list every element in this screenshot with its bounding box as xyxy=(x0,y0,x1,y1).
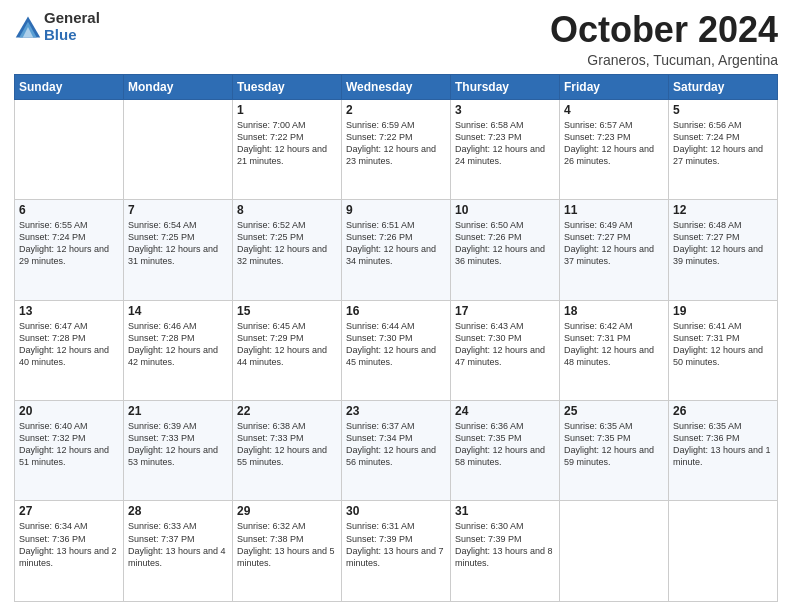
day-number: 21 xyxy=(128,404,228,418)
day-number: 20 xyxy=(19,404,119,418)
day-info: Sunrise: 6:31 AM Sunset: 7:39 PM Dayligh… xyxy=(346,520,446,569)
week-row-3: 13Sunrise: 6:47 AM Sunset: 7:28 PM Dayli… xyxy=(15,300,778,400)
calendar-body: 1Sunrise: 7:00 AM Sunset: 7:22 PM Daylig… xyxy=(15,99,778,601)
day-number: 11 xyxy=(564,203,664,217)
day-number: 19 xyxy=(673,304,773,318)
day-number: 16 xyxy=(346,304,446,318)
calendar-cell: 28Sunrise: 6:33 AM Sunset: 7:37 PM Dayli… xyxy=(124,501,233,602)
day-number: 9 xyxy=(346,203,446,217)
logo-general: General xyxy=(44,10,100,27)
logo: General Blue xyxy=(14,10,100,43)
calendar-cell: 26Sunrise: 6:35 AM Sunset: 7:36 PM Dayli… xyxy=(669,401,778,501)
calendar-cell: 5Sunrise: 6:56 AM Sunset: 7:24 PM Daylig… xyxy=(669,99,778,199)
day-number: 14 xyxy=(128,304,228,318)
calendar-cell: 2Sunrise: 6:59 AM Sunset: 7:22 PM Daylig… xyxy=(342,99,451,199)
day-info: Sunrise: 6:50 AM Sunset: 7:26 PM Dayligh… xyxy=(455,219,555,268)
day-info: Sunrise: 6:54 AM Sunset: 7:25 PM Dayligh… xyxy=(128,219,228,268)
calendar-cell xyxy=(15,99,124,199)
day-info: Sunrise: 6:30 AM Sunset: 7:39 PM Dayligh… xyxy=(455,520,555,569)
day-number: 15 xyxy=(237,304,337,318)
calendar-cell: 18Sunrise: 6:42 AM Sunset: 7:31 PM Dayli… xyxy=(560,300,669,400)
calendar-cell xyxy=(560,501,669,602)
day-number: 27 xyxy=(19,504,119,518)
col-saturday: Saturday xyxy=(669,74,778,99)
day-info: Sunrise: 6:52 AM Sunset: 7:25 PM Dayligh… xyxy=(237,219,337,268)
day-info: Sunrise: 6:38 AM Sunset: 7:33 PM Dayligh… xyxy=(237,420,337,469)
day-number: 10 xyxy=(455,203,555,217)
calendar-cell: 16Sunrise: 6:44 AM Sunset: 7:30 PM Dayli… xyxy=(342,300,451,400)
calendar-cell: 24Sunrise: 6:36 AM Sunset: 7:35 PM Dayli… xyxy=(451,401,560,501)
day-number: 22 xyxy=(237,404,337,418)
week-row-5: 27Sunrise: 6:34 AM Sunset: 7:36 PM Dayli… xyxy=(15,501,778,602)
day-number: 26 xyxy=(673,404,773,418)
day-number: 25 xyxy=(564,404,664,418)
calendar-cell: 12Sunrise: 6:48 AM Sunset: 7:27 PM Dayli… xyxy=(669,200,778,300)
calendar-cell: 13Sunrise: 6:47 AM Sunset: 7:28 PM Dayli… xyxy=(15,300,124,400)
calendar-cell: 23Sunrise: 6:37 AM Sunset: 7:34 PM Dayli… xyxy=(342,401,451,501)
day-info: Sunrise: 6:46 AM Sunset: 7:28 PM Dayligh… xyxy=(128,320,228,369)
calendar-cell: 22Sunrise: 6:38 AM Sunset: 7:33 PM Dayli… xyxy=(233,401,342,501)
day-number: 28 xyxy=(128,504,228,518)
col-thursday: Thursday xyxy=(451,74,560,99)
week-row-1: 1Sunrise: 7:00 AM Sunset: 7:22 PM Daylig… xyxy=(15,99,778,199)
day-info: Sunrise: 6:40 AM Sunset: 7:32 PM Dayligh… xyxy=(19,420,119,469)
calendar-cell: 4Sunrise: 6:57 AM Sunset: 7:23 PM Daylig… xyxy=(560,99,669,199)
calendar-cell: 11Sunrise: 6:49 AM Sunset: 7:27 PM Dayli… xyxy=(560,200,669,300)
location-subtitle: Graneros, Tucuman, Argentina xyxy=(550,52,778,68)
calendar-cell: 31Sunrise: 6:30 AM Sunset: 7:39 PM Dayli… xyxy=(451,501,560,602)
day-number: 23 xyxy=(346,404,446,418)
day-number: 1 xyxy=(237,103,337,117)
title-block: October 2024 Graneros, Tucuman, Argentin… xyxy=(550,10,778,68)
day-number: 4 xyxy=(564,103,664,117)
calendar-cell: 8Sunrise: 6:52 AM Sunset: 7:25 PM Daylig… xyxy=(233,200,342,300)
day-info: Sunrise: 6:33 AM Sunset: 7:37 PM Dayligh… xyxy=(128,520,228,569)
calendar-cell: 3Sunrise: 6:58 AM Sunset: 7:23 PM Daylig… xyxy=(451,99,560,199)
day-number: 2 xyxy=(346,103,446,117)
day-info: Sunrise: 6:36 AM Sunset: 7:35 PM Dayligh… xyxy=(455,420,555,469)
col-monday: Monday xyxy=(124,74,233,99)
day-info: Sunrise: 6:39 AM Sunset: 7:33 PM Dayligh… xyxy=(128,420,228,469)
logo-text: General Blue xyxy=(44,10,100,43)
calendar-cell: 15Sunrise: 6:45 AM Sunset: 7:29 PM Dayli… xyxy=(233,300,342,400)
day-info: Sunrise: 6:37 AM Sunset: 7:34 PM Dayligh… xyxy=(346,420,446,469)
day-number: 6 xyxy=(19,203,119,217)
day-info: Sunrise: 6:43 AM Sunset: 7:30 PM Dayligh… xyxy=(455,320,555,369)
day-number: 29 xyxy=(237,504,337,518)
page: General Blue October 2024 Graneros, Tucu… xyxy=(0,0,792,612)
day-info: Sunrise: 6:34 AM Sunset: 7:36 PM Dayligh… xyxy=(19,520,119,569)
day-number: 31 xyxy=(455,504,555,518)
month-title: October 2024 xyxy=(550,10,778,50)
calendar-cell xyxy=(669,501,778,602)
calendar-cell: 30Sunrise: 6:31 AM Sunset: 7:39 PM Dayli… xyxy=(342,501,451,602)
day-info: Sunrise: 7:00 AM Sunset: 7:22 PM Dayligh… xyxy=(237,119,337,168)
day-info: Sunrise: 6:41 AM Sunset: 7:31 PM Dayligh… xyxy=(673,320,773,369)
calendar-cell: 19Sunrise: 6:41 AM Sunset: 7:31 PM Dayli… xyxy=(669,300,778,400)
day-number: 30 xyxy=(346,504,446,518)
day-info: Sunrise: 6:49 AM Sunset: 7:27 PM Dayligh… xyxy=(564,219,664,268)
calendar-cell: 27Sunrise: 6:34 AM Sunset: 7:36 PM Dayli… xyxy=(15,501,124,602)
day-info: Sunrise: 6:47 AM Sunset: 7:28 PM Dayligh… xyxy=(19,320,119,369)
day-info: Sunrise: 6:55 AM Sunset: 7:24 PM Dayligh… xyxy=(19,219,119,268)
logo-icon xyxy=(14,13,42,41)
header: General Blue October 2024 Graneros, Tucu… xyxy=(14,10,778,68)
day-info: Sunrise: 6:35 AM Sunset: 7:36 PM Dayligh… xyxy=(673,420,773,469)
calendar-cell: 7Sunrise: 6:54 AM Sunset: 7:25 PM Daylig… xyxy=(124,200,233,300)
col-sunday: Sunday xyxy=(15,74,124,99)
day-info: Sunrise: 6:51 AM Sunset: 7:26 PM Dayligh… xyxy=(346,219,446,268)
calendar-cell: 9Sunrise: 6:51 AM Sunset: 7:26 PM Daylig… xyxy=(342,200,451,300)
day-number: 17 xyxy=(455,304,555,318)
day-info: Sunrise: 6:42 AM Sunset: 7:31 PM Dayligh… xyxy=(564,320,664,369)
calendar-cell xyxy=(124,99,233,199)
day-number: 7 xyxy=(128,203,228,217)
day-number: 8 xyxy=(237,203,337,217)
day-number: 13 xyxy=(19,304,119,318)
day-info: Sunrise: 6:56 AM Sunset: 7:24 PM Dayligh… xyxy=(673,119,773,168)
day-number: 5 xyxy=(673,103,773,117)
day-info: Sunrise: 6:58 AM Sunset: 7:23 PM Dayligh… xyxy=(455,119,555,168)
col-wednesday: Wednesday xyxy=(342,74,451,99)
day-number: 12 xyxy=(673,203,773,217)
week-row-2: 6Sunrise: 6:55 AM Sunset: 7:24 PM Daylig… xyxy=(15,200,778,300)
calendar-table: Sunday Monday Tuesday Wednesday Thursday… xyxy=(14,74,778,602)
day-number: 24 xyxy=(455,404,555,418)
week-row-4: 20Sunrise: 6:40 AM Sunset: 7:32 PM Dayli… xyxy=(15,401,778,501)
